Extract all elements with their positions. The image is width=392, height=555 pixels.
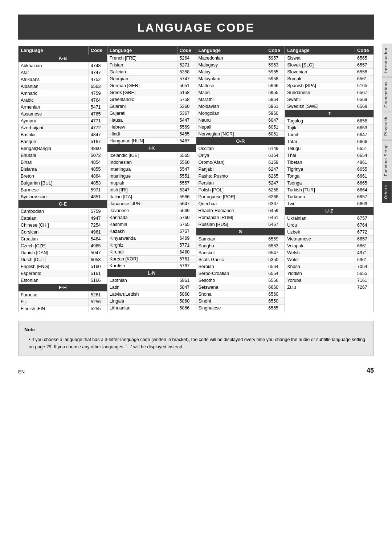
col3-code-head: Code xyxy=(266,46,285,54)
tab-connections[interactable]: Connections xyxy=(382,77,392,112)
col4-t-rows: Tagalog6658 Tajik6653 Tamil6647 Tatar666… xyxy=(285,117,373,207)
table-row: Kirghiz5771 xyxy=(107,242,196,248)
table-row: Hausa5447 xyxy=(107,117,196,123)
table-row: Tibetan4861 xyxy=(285,159,373,166)
table-row: Russian [RUS]6467 xyxy=(196,221,285,228)
table-row: Faroese5261 xyxy=(19,291,107,298)
col2-fh-rows: French [FRE]5264 Frisian5271 Galician535… xyxy=(107,54,196,144)
table-row: Dutch [DUT]6058 xyxy=(19,256,107,263)
table-row: Bulgarian [BUL]4853 xyxy=(19,179,107,186)
table-row: Afar4747 xyxy=(19,69,107,76)
table-row: Catalan4947 xyxy=(19,215,107,222)
table-row: Setswana6660 xyxy=(196,284,285,291)
table-row: Rhaeto-Romance6459 xyxy=(196,207,285,214)
page-title: LANGUAGE CODE xyxy=(18,15,374,40)
table-row: Sindhi6550 xyxy=(196,297,285,304)
table-row: Sangho6553 xyxy=(196,242,285,249)
section-fh: F-H xyxy=(19,284,107,291)
note-box: Note If you choose a language that has a… xyxy=(18,321,374,356)
table-row: Tatar6666 xyxy=(285,138,373,145)
table-row: Tajik6653 xyxy=(285,124,373,131)
col4-header: Language Code xyxy=(285,46,373,54)
table-row: French [FRE]5264 xyxy=(107,54,196,61)
table-row: Icelandic [ICE]5565 xyxy=(107,152,196,159)
table-row: Romanian [RUM]6461 xyxy=(196,214,285,221)
section-s: S xyxy=(196,228,285,235)
table-row: Frisian5271 xyxy=(107,61,196,68)
col3-s-rows: Samoan6559 Sangho6553 Sanskrit6547 Scots… xyxy=(196,235,285,311)
table-row: Macedonian5957 xyxy=(196,54,285,61)
table-row: Singhalese6555 xyxy=(196,304,285,311)
section-uz: U-Z xyxy=(285,207,373,215)
table-row: Malayalam5958 xyxy=(196,75,285,82)
tab-playback[interactable]: Playback xyxy=(382,113,392,140)
table-row: Polish [POL]6258 xyxy=(196,186,285,193)
language-table: Language Code A-B Abkhazian4748 Afar4747… xyxy=(18,46,374,312)
table-row: Italian [ITA]5566 xyxy=(107,193,196,200)
table-row: Greenlandic5758 xyxy=(107,96,196,103)
table-row: Panjabi6247 xyxy=(196,166,285,173)
table-row: Byelorussian4851 xyxy=(19,193,107,200)
table-row: Somali6561 xyxy=(285,75,373,82)
table-row: Yiddish5655 xyxy=(285,270,373,277)
table-row: Norwegian [NOR]6061 xyxy=(196,130,285,137)
column-3: Language Code Macedonian5957 Malagasy595… xyxy=(196,46,285,312)
tab-others[interactable]: Others xyxy=(382,181,392,203)
table-row: Gujarati5367 xyxy=(107,110,196,117)
table-row: Malay5965 xyxy=(196,68,285,75)
table-row: Indonesian5560 xyxy=(107,159,196,166)
col2-header: Language Code xyxy=(107,46,196,54)
table-row: Hebrew5569 xyxy=(107,123,196,130)
col1-code-head: Code xyxy=(88,46,107,54)
table-row: Aymara4771 xyxy=(19,117,107,124)
table-row: Kurdish5767 xyxy=(107,262,196,269)
table-row: Bhutani5072 xyxy=(19,152,107,159)
table-row: Laothian5861 xyxy=(107,277,196,284)
table-row: Xhosa7054 xyxy=(285,263,373,270)
table-row: Kinyarwanda6469 xyxy=(107,235,196,242)
table-row: Vietnamese6657 xyxy=(285,235,373,242)
table-row: Assamese4765 xyxy=(19,110,107,117)
table-row: Guarani5360 xyxy=(107,103,196,110)
table-row: Lithuanian5866 xyxy=(107,304,196,311)
table-row: Tamil6647 xyxy=(285,131,373,138)
section-t: T xyxy=(285,110,373,117)
table-row: Breton4864 xyxy=(19,173,107,179)
col3-header: Language Code xyxy=(196,46,285,54)
tab-function-setup[interactable]: Function Setup xyxy=(382,140,392,180)
side-tabs: Introduction Connections Playback Functi… xyxy=(382,44,392,204)
table-row: Latin5847 xyxy=(107,284,196,291)
col2-lang-head: Language xyxy=(107,46,177,54)
col2-ln-rows: Laothian5861 Latin5847 Latvian;Lettish58… xyxy=(107,277,196,311)
table-row: Slovak [SLO]6557 xyxy=(285,61,373,68)
col1-ce-rows: Cambodian5759 Catalan4947 Chinese [CHI]7… xyxy=(19,208,107,284)
table-row: Urdu6764 xyxy=(285,222,373,228)
table-row: Malagasy5953 xyxy=(196,61,285,68)
table-row: Serbian6564 xyxy=(196,263,285,270)
table-row: Tigrinya6655 xyxy=(285,166,373,173)
table-row: Persian5247 xyxy=(196,179,285,186)
table-row: Maori5955 xyxy=(196,89,285,96)
table-row: Zulu7267 xyxy=(285,284,373,291)
table-row: Volapuk6861 xyxy=(285,242,373,249)
table-row: Cambodian5759 xyxy=(19,208,107,215)
table-row: Twi6669 xyxy=(285,200,373,207)
table-row: Yoruba7161 xyxy=(285,277,373,284)
table-row: Maltese5966 xyxy=(196,82,285,89)
table-row: Ukrainian6757 xyxy=(285,215,373,222)
table-row: Corsican4961 xyxy=(19,228,107,235)
table-row: Quechua6367 xyxy=(196,200,285,207)
section-or: O-R xyxy=(196,137,285,145)
table-row: Slovenian6558 xyxy=(285,68,373,75)
table-row: Azerbaijani4772 xyxy=(19,124,107,131)
table-row: Estonian5166 xyxy=(19,277,107,284)
table-row: Turkish [TUR]6664 xyxy=(285,186,373,193)
tab-introduction[interactable]: Introduction xyxy=(382,44,392,77)
table-row: Armenian5471 xyxy=(19,104,107,110)
section-ab: A-B xyxy=(19,54,107,62)
table-row: Czech [CZE]4965 xyxy=(19,242,107,249)
table-row: Latvian;Lettish5868 xyxy=(107,291,196,297)
section-ce: C-E xyxy=(19,200,107,208)
section-ln: L-N xyxy=(107,269,196,277)
table-row: Irish [IRI]5347 xyxy=(107,186,196,193)
